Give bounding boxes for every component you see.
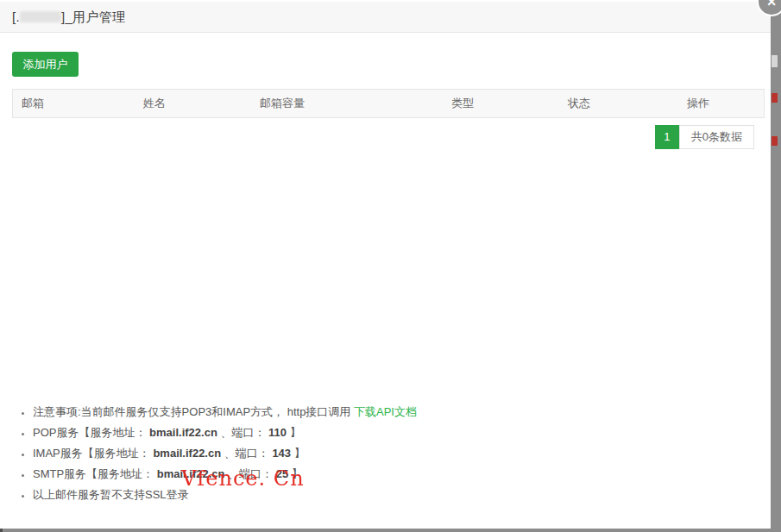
column-header-name: 姓名 bbox=[135, 96, 251, 111]
smtp-port: 25 bbox=[276, 467, 288, 480]
background-artifact bbox=[0, 529, 3, 532]
modal-header: [.]_用户管理 bbox=[0, 2, 771, 33]
column-header-type: 类型 bbox=[443, 96, 559, 111]
imap-suffix: 】 bbox=[291, 447, 305, 460]
modal-title-close: ]_用户管理 bbox=[61, 9, 125, 24]
note-item-smtp: SMTP服务【服务地址： bmail.if22.cn 、端口： 25 】 bbox=[33, 464, 417, 485]
column-header-capacity: 邮箱容量 bbox=[251, 96, 443, 111]
service-notes-list: 注意事项:当前邮件服务仅支持POP3和IMAP方式， http接口调用 下载AP… bbox=[33, 402, 417, 505]
background-artifact bbox=[772, 93, 778, 103]
smtp-prefix: SMTP服务【服务地址： bbox=[33, 467, 157, 480]
imap-mid: 、端口： bbox=[221, 447, 272, 460]
pop-mid: 、端口： bbox=[217, 426, 268, 439]
background-page-bottom-strip bbox=[0, 529, 781, 532]
pagination: 1 共0条数据 bbox=[655, 125, 754, 149]
pagination-total-count: 共0条数据 bbox=[679, 125, 754, 149]
pop-port: 110 bbox=[268, 426, 287, 439]
note-item-ssl: 以上邮件服务暂不支持SSL登录 bbox=[33, 485, 417, 505]
note-item-imap: IMAP服务【服务地址： bmail.if22.cn 、端口： 143 】 bbox=[33, 443, 417, 464]
notice-text: 注意事项:当前邮件服务仅支持POP3和IMAP方式， http接口调用 bbox=[33, 405, 354, 418]
pop-prefix: POP服务【服务地址： bbox=[33, 426, 149, 439]
note-item-pop: POP服务【服务地址： bmail.if22.cn 、端口： 110 】 bbox=[33, 422, 417, 443]
background-page-right-strip bbox=[771, 10, 781, 532]
imap-host: bmail.if22.cn bbox=[153, 447, 221, 460]
user-management-modal: [.]_用户管理 添加用户 邮箱 姓名 邮箱容量 类型 状态 操作 1 共0条数… bbox=[0, 0, 771, 529]
user-table-header: 邮箱 姓名 邮箱容量 类型 状态 操作 bbox=[12, 89, 765, 118]
background-artifact bbox=[772, 55, 778, 67]
imap-prefix: IMAP服务【服务地址： bbox=[33, 447, 153, 460]
modal-title: [.]_用户管理 bbox=[12, 9, 125, 26]
pop-suffix: 】 bbox=[287, 426, 301, 439]
smtp-suffix: 】 bbox=[288, 467, 303, 480]
column-header-actions: 操作 bbox=[678, 96, 764, 111]
pagination-page-1[interactable]: 1 bbox=[655, 125, 679, 149]
download-api-doc-link[interactable]: 下载API文档 bbox=[354, 405, 417, 418]
pop-host: bmail.if22.cn bbox=[149, 426, 217, 439]
user-management-dialog-page: [.]_用户管理 添加用户 邮箱 姓名 邮箱容量 类型 状态 操作 1 共0条数… bbox=[0, 0, 781, 532]
smtp-host: bmail.if22.cn bbox=[157, 467, 225, 480]
redacted-text-blob bbox=[20, 11, 61, 22]
ssl-text: 以上邮件服务暂不支持SSL登录 bbox=[33, 488, 189, 501]
background-artifact bbox=[772, 136, 778, 146]
add-user-button[interactable]: 添加用户 bbox=[12, 52, 79, 77]
column-header-status: 状态 bbox=[559, 96, 678, 111]
modal-title-open: [. bbox=[12, 9, 20, 24]
note-item-notice: 注意事项:当前邮件服务仅支持POP3和IMAP方式， http接口调用 下载AP… bbox=[33, 402, 417, 422]
smtp-mid: 、端口： bbox=[224, 467, 275, 480]
imap-port: 143 bbox=[272, 447, 291, 460]
column-header-email: 邮箱 bbox=[13, 96, 135, 111]
